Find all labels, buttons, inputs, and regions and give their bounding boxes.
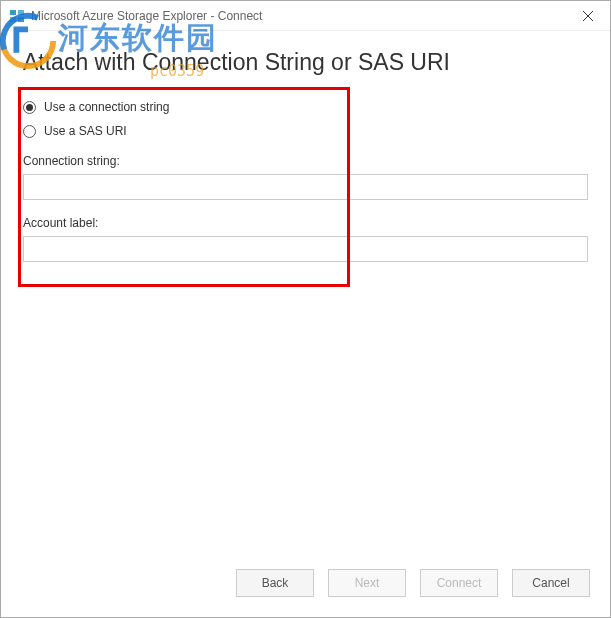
titlebar: Microsoft Azure Storage Explorer - Conne… (1, 1, 610, 31)
svg-rect-1 (18, 10, 24, 15)
app-icon (9, 8, 25, 24)
close-icon (583, 11, 593, 21)
svg-rect-0 (10, 10, 16, 15)
button-bar: Back Next Connect Cancel (1, 563, 610, 617)
window-title: Microsoft Azure Storage Explorer - Conne… (31, 9, 565, 23)
radio-label: Use a connection string (44, 100, 169, 114)
radio-icon (23, 101, 36, 114)
radio-use-connection-string[interactable]: Use a connection string (23, 100, 588, 114)
close-button[interactable] (565, 1, 610, 30)
radio-icon (23, 125, 36, 138)
connect-button[interactable]: Connect (420, 569, 498, 597)
next-button[interactable]: Next (328, 569, 406, 597)
cancel-button[interactable]: Cancel (512, 569, 590, 597)
connection-string-input[interactable] (23, 174, 588, 200)
back-button[interactable]: Back (236, 569, 314, 597)
svg-rect-3 (18, 17, 24, 22)
account-label-label: Account label: (23, 216, 588, 230)
account-label-input[interactable] (23, 236, 588, 262)
radio-use-sas-uri[interactable]: Use a SAS URI (23, 124, 588, 138)
page-title: Attach with Connection String or SAS URI (23, 49, 588, 76)
svg-rect-2 (10, 17, 16, 22)
connection-string-label: Connection string: (23, 154, 588, 168)
radio-label: Use a SAS URI (44, 124, 127, 138)
content-area: Attach with Connection String or SAS URI… (1, 31, 610, 563)
dialog-window: Microsoft Azure Storage Explorer - Conne… (0, 0, 611, 618)
